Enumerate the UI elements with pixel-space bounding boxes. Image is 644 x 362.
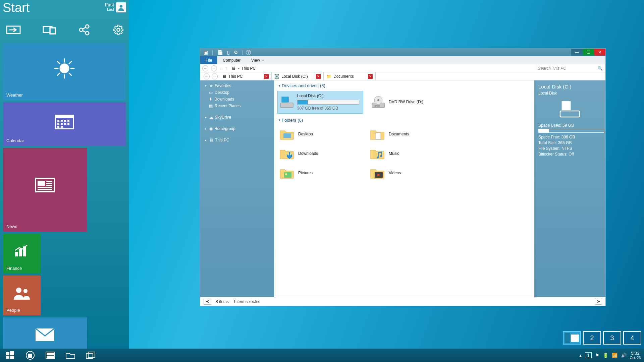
- task-app1[interactable]: [40, 349, 60, 362]
- nav-pane-toggle[interactable]: ⮜: [204, 299, 211, 305]
- pc-icon: 🖥: [231, 66, 236, 71]
- svg-rect-77: [10, 351, 14, 355]
- settings-icon[interactable]: [112, 24, 124, 36]
- virtual-desktop-2[interactable]: 2: [583, 331, 601, 345]
- minimize-button[interactable]: —: [571, 49, 583, 56]
- svg-rect-69: [562, 102, 566, 105]
- svg-rect-29: [19, 249, 22, 256]
- calendar-label: Calendar: [6, 138, 24, 143]
- tab-this-pc[interactable]: 🖥 This PC ✕: [220, 72, 272, 80]
- tray-desktop-indicator[interactable]: 1: [585, 352, 592, 358]
- folder-icon: [369, 127, 385, 141]
- tab-documents[interactable]: 📁 Documents ✕: [324, 72, 376, 80]
- weather-tile[interactable]: Weather: [3, 43, 126, 100]
- tray-volume-icon[interactable]: 🔊: [621, 353, 627, 358]
- folder-icon: [279, 127, 295, 141]
- folder-pictures[interactable]: Pictures: [277, 165, 355, 181]
- nav-downloads[interactable]: ⬇Downloads: [202, 96, 273, 103]
- nav-history-dropdown[interactable]: ⌄: [220, 67, 222, 70]
- nav-thispc[interactable]: 🖥This PC: [202, 137, 273, 143]
- details-total: Total Size: 365 GB: [538, 140, 601, 145]
- nav-back-button[interactable]: ←: [202, 65, 208, 71]
- help-icon[interactable]: ?: [246, 50, 251, 55]
- details-free: Space Free: 306 GB: [538, 135, 601, 139]
- svg-rect-82: [29, 355, 32, 356]
- device-icon[interactable]: ▯: [226, 50, 231, 55]
- folder-desktop[interactable]: Desktop: [277, 126, 355, 142]
- nav-forward-button[interactable]: →: [211, 65, 217, 71]
- tray-battery-icon[interactable]: 🔋: [603, 353, 608, 358]
- tab-forward[interactable]: →: [212, 73, 218, 79]
- svg-rect-62: [283, 133, 291, 138]
- divider: |: [211, 50, 215, 55]
- folder-videos[interactable]: Videos: [368, 165, 445, 181]
- devices-icon[interactable]: [43, 24, 57, 36]
- taskbar-clock[interactable]: 5:32 Oct. 23: [630, 351, 641, 359]
- task-explorer[interactable]: [60, 349, 80, 362]
- user-account-widget[interactable]: First Last: [105, 1, 126, 17]
- maximize-button[interactable]: ☐: [583, 49, 594, 56]
- nav-recent[interactable]: ▤Recent Places: [202, 103, 273, 109]
- svg-rect-63: [375, 133, 381, 139]
- tray-wifi-icon[interactable]: 📶: [612, 353, 618, 358]
- settings-icon[interactable]: ⚙: [232, 50, 239, 55]
- close-button[interactable]: ✕: [594, 49, 605, 56]
- people-label: People: [6, 308, 20, 313]
- tray-flag-icon[interactable]: ⚑: [595, 353, 599, 358]
- close-tab-button[interactable]: ✕: [368, 74, 373, 79]
- svg-rect-10: [55, 115, 73, 118]
- folder-icon: [369, 147, 385, 160]
- virtual-desktop-4[interactable]: 4: [623, 331, 641, 345]
- folder-icon: [279, 147, 295, 160]
- tab-local-disk[interactable]: 💽 Local Disk (C:) ✕: [272, 72, 324, 80]
- close-tab-button[interactable]: ✕: [316, 74, 321, 79]
- preview-pane-toggle[interactable]: ⮞: [595, 299, 602, 305]
- svg-rect-81: [29, 354, 32, 355]
- user-last: Last: [105, 7, 114, 11]
- ribbon-view[interactable]: View⌄: [246, 56, 270, 64]
- capacity-bar: [538, 129, 604, 133]
- svg-rect-27: [38, 189, 52, 190]
- folder-music[interactable]: Music: [368, 145, 445, 162]
- svg-rect-19: [57, 126, 59, 128]
- folder-icon: 📁: [326, 74, 331, 79]
- calendar-tile[interactable]: Calendar: [3, 102, 126, 146]
- nav-skydrive[interactable]: ☁SkyDrive: [202, 114, 273, 121]
- user-first: First: [105, 2, 114, 7]
- folder-documents[interactable]: Documents: [368, 126, 445, 142]
- tray-chevron-up-icon[interactable]: ▴: [579, 353, 582, 358]
- details-bitlocker: Bitlocker Status: Off: [538, 152, 601, 157]
- svg-rect-14: [67, 120, 69, 122]
- news-tile[interactable]: News: [3, 148, 87, 232]
- start-button[interactable]: [0, 349, 20, 362]
- finance-tile[interactable]: Finance: [3, 234, 41, 274]
- task-view-button[interactable]: [20, 349, 40, 362]
- folder-downloads[interactable]: Downloads: [277, 145, 355, 162]
- virtual-desktop-3[interactable]: 3: [603, 331, 621, 345]
- address-bar[interactable]: 🖥 ▸ This PC: [229, 66, 535, 71]
- new-folder-icon[interactable]: 📄: [216, 50, 224, 55]
- svg-rect-17: [64, 123, 66, 125]
- drive-local-c[interactable]: Local Disk (C:) 307 GB free of 365 GB: [277, 91, 363, 114]
- nav-up-button[interactable]: ↑: [225, 66, 227, 71]
- props-icon[interactable]: ▣: [202, 50, 209, 55]
- people-tile[interactable]: People: [3, 276, 41, 315]
- svg-rect-91: [88, 352, 95, 357]
- group-folders-header[interactable]: Folders (6): [274, 115, 534, 124]
- share-icon[interactable]: [78, 24, 91, 36]
- nav-favorites[interactable]: ★Favorites: [202, 82, 273, 89]
- task-windows[interactable]: [80, 349, 101, 362]
- virtual-desktop-1[interactable]: [563, 331, 581, 345]
- explorer-search[interactable]: Search This PC 🔍: [535, 64, 605, 72]
- drive-dvd[interactable]: DVD DVD RW Drive (D:): [369, 91, 454, 114]
- group-devices-header[interactable]: Devices and drives (8): [274, 80, 534, 89]
- window-titlebar[interactable]: ▣ | 📄 ▯ ⚙ | ? — ☐ ✕: [200, 48, 605, 56]
- ribbon-computer[interactable]: Computer: [217, 56, 246, 64]
- nav-desktop[interactable]: ▭Desktop: [202, 89, 273, 96]
- mail-icon: [35, 328, 55, 343]
- close-tab-button[interactable]: ✕: [264, 74, 269, 79]
- ribbon-file[interactable]: File: [200, 56, 217, 64]
- power-icon[interactable]: [6, 24, 21, 36]
- tab-back[interactable]: ←: [204, 73, 210, 79]
- nav-homegroup[interactable]: ◉Homegroup: [202, 125, 273, 132]
